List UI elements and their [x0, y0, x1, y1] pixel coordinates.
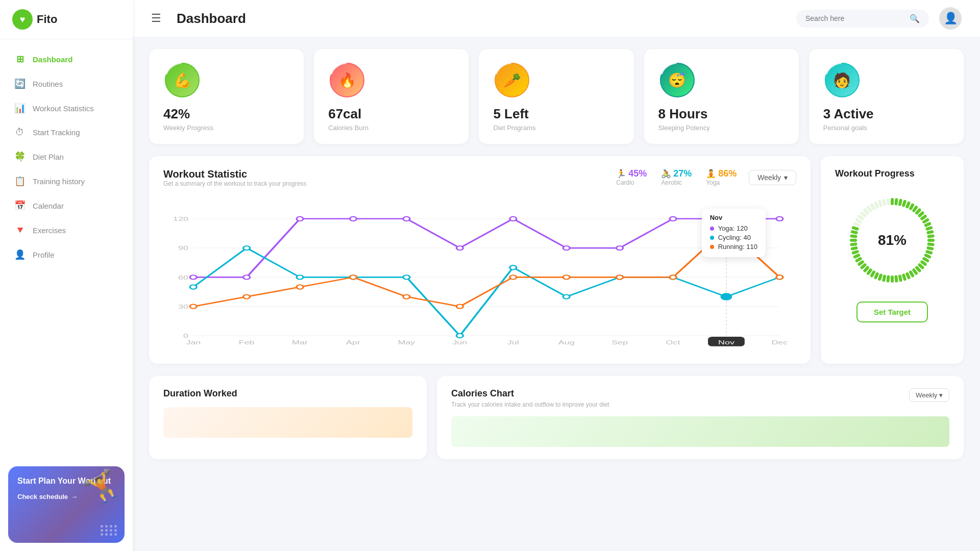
nav-icon-dashboard: ⊞: [14, 54, 26, 65]
workout-progress-card: Workout Progress 81% Set Target: [821, 156, 964, 364]
svg-point-38: [403, 217, 410, 221]
svg-text:Oct: Oct: [666, 339, 681, 345]
page-title: Dashboard: [177, 11, 786, 27]
nav-icon-start-tracking: ⏱: [14, 127, 26, 138]
nav-icon-exercises: 🔻: [14, 224, 26, 236]
ws-legend: 🏃 45% Cardio 🚴 27% Aerobic 🧘 86% Yoga: [616, 168, 737, 186]
sidebar-item-dashboard[interactable]: ⊞Dashboard: [0, 47, 133, 71]
svg-line-110: [857, 259, 861, 261]
svg-line-112: [853, 252, 857, 253]
svg-line-124: [868, 207, 871, 210]
sidebar-item-diet-plan[interactable]: 🍀Diet Plan: [0, 145, 133, 168]
stat-label: Weekly Progress: [163, 124, 289, 132]
legend-icon-aerobic: 🚴: [661, 169, 671, 179]
workout-statistic-card: Workout Statistic Get a summary of the w…: [149, 156, 811, 364]
svg-point-45: [776, 217, 783, 221]
svg-point-64: [510, 275, 517, 279]
weekly-dropdown[interactable]: Weekly ▾: [749, 170, 796, 185]
svg-line-80: [924, 220, 927, 222]
svg-line-119: [855, 223, 859, 225]
stat-label: Calories Burn: [328, 124, 454, 132]
svg-point-67: [670, 275, 676, 279]
nav-icon-calendar: 📅: [14, 200, 26, 211]
svg-point-48: [297, 275, 303, 279]
svg-line-106: [868, 270, 871, 273]
content: 💪 42% Weekly Progress 🔥 67cal Calories B…: [133, 37, 980, 551]
svg-point-62: [403, 294, 410, 298]
sidebar-item-routines[interactable]: 🔄Routines: [0, 72, 133, 95]
svg-point-59: [243, 294, 250, 298]
svg-point-47: [243, 246, 250, 250]
sidebar-item-calendar[interactable]: 📅Calendar: [0, 194, 133, 217]
sidebar-item-start-tracking[interactable]: ⏱Start Tracking: [0, 121, 133, 144]
svg-line-108: [862, 265, 865, 267]
avatar[interactable]: 👤: [939, 7, 962, 30]
svg-point-61: [350, 275, 356, 279]
sidebar-item-exercises[interactable]: 🔻Exercises: [0, 218, 133, 242]
svg-line-102: [884, 276, 885, 280]
stat-icon: 🥕: [496, 64, 528, 96]
svg-line-129: [888, 199, 889, 204]
legend-label: Aerobic: [661, 179, 682, 186]
svg-line-125: [872, 205, 874, 209]
sidebar-nav: ⊞Dashboard🔄Routines📊Workout Statistics⏱S…: [0, 39, 133, 458]
svg-point-50: [403, 275, 410, 279]
svg-point-58: [190, 305, 197, 309]
stat-value: 67cal: [328, 106, 454, 122]
workout-chart: 0306090120JanFebMarAprMayJunJulAugSepOct…: [163, 198, 796, 352]
svg-line-104: [875, 274, 877, 278]
radial-chart: 81%: [841, 189, 943, 291]
svg-text:Jan: Jan: [186, 339, 201, 345]
wp-title: Workout Progress: [835, 168, 915, 179]
charts-row: Workout Statistic Get a summary of the w…: [149, 156, 964, 364]
svg-line-90: [924, 259, 927, 261]
duration-chart-placeholder: [163, 407, 412, 438]
stat-card-sleeping-potency: 😴 8 Hours Sleeping Potency: [644, 49, 799, 144]
ws-title: Workout Statistic: [163, 168, 306, 180]
svg-point-68: [721, 226, 731, 232]
svg-text:Sep: Sep: [611, 339, 628, 345]
bottom-row: Duration Worked Calories Chart Track you…: [149, 376, 964, 459]
dumbbell-icon: 🏋️: [80, 466, 125, 510]
search-bar[interactable]: 🔍: [796, 10, 929, 28]
svg-point-41: [563, 246, 570, 250]
svg-line-87: [928, 248, 932, 249]
menu-icon[interactable]: ☰: [151, 12, 161, 25]
svg-line-126: [875, 203, 877, 207]
svg-point-66: [617, 275, 623, 279]
set-target-button[interactable]: Set Target: [856, 302, 928, 322]
stat-card-calories-burn: 🔥 67cal Calories Burn: [314, 49, 469, 144]
svg-line-120: [857, 220, 861, 222]
svg-line-86: [929, 244, 933, 245]
ws-subtitle: Get a summary of the workout to track yo…: [163, 180, 306, 187]
svg-text:60: 60: [178, 274, 188, 281]
legend-pct: 27%: [673, 168, 692, 179]
svg-point-63: [456, 305, 463, 309]
svg-line-84: [929, 236, 933, 237]
duration-title: Duration Worked: [163, 388, 412, 399]
sidebar-item-training-history[interactable]: 📋Training history: [0, 169, 133, 193]
svg-point-34: [190, 275, 197, 279]
svg-line-113: [852, 248, 856, 249]
svg-line-78: [920, 213, 923, 215]
svg-line-117: [852, 232, 856, 233]
legend-icon-yoga: 🧘: [706, 169, 716, 179]
legend-label: Yoga: [706, 179, 720, 186]
stat-value: 5 Left: [493, 106, 619, 122]
svg-line-89: [926, 255, 929, 257]
calories-weekly-dropdown[interactable]: Weekly ▾: [909, 388, 949, 402]
stat-icon: 💪: [166, 64, 199, 96]
search-input[interactable]: [805, 14, 905, 22]
svg-line-91: [922, 262, 925, 264]
nav-icon-profile: 👤: [14, 249, 26, 260]
stat-icon-ring: 🧑: [823, 61, 861, 99]
svg-text:120: 120: [173, 215, 188, 222]
sidebar-item-workout-statistics[interactable]: 📊Workout Statistics: [0, 96, 133, 120]
svg-line-121: [859, 216, 862, 219]
promo-dots: [101, 525, 117, 536]
sidebar-item-profile[interactable]: 👤Profile: [0, 243, 133, 266]
svg-line-74: [907, 203, 909, 207]
svg-line-116: [851, 236, 855, 237]
svg-point-35: [243, 275, 250, 279]
main-area: ☰ Dashboard 🔍 👤 💪 42% Weekly Progress 🔥: [133, 0, 980, 551]
